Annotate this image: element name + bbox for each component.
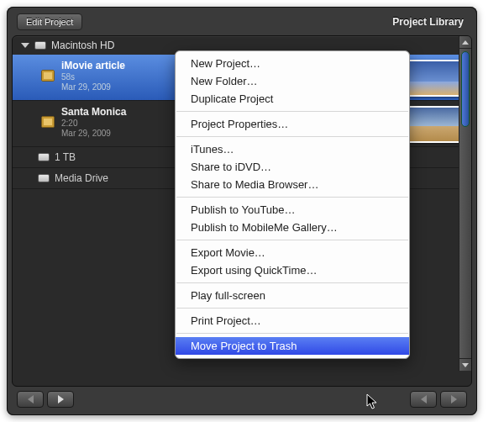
project-duration: 58s — [61, 72, 125, 82]
prev-button[interactable] — [410, 391, 437, 408]
menu-separator — [176, 111, 408, 112]
vertical-scrollbar[interactable] — [459, 36, 471, 371]
menu-item[interactable]: Publish to MobileMe Gallery… — [176, 219, 409, 236]
hard-drive-icon — [38, 174, 50, 182]
project-folder-icon — [41, 116, 55, 128]
menu-item[interactable]: Export Movie… — [176, 244, 409, 261]
project-date: Mar 29, 2009 — [61, 82, 125, 92]
menu-item[interactable]: Project Properties… — [176, 115, 409, 133]
menu-item[interactable]: Move Project to Trash — [176, 337, 409, 355]
menu-separator — [176, 282, 408, 283]
menu-item[interactable]: iTunes… — [176, 140, 409, 158]
menu-item[interactable]: New Folder… — [176, 72, 409, 90]
mouse-cursor-icon — [366, 393, 378, 410]
project-duration: 2:20 — [61, 119, 126, 128]
next-button[interactable] — [440, 391, 467, 408]
project-name: iMovie article — [61, 60, 125, 71]
app-window: Edit Project Project Library Macintosh H… — [7, 7, 477, 415]
menu-item[interactable]: Publish to YouTube… — [176, 201, 409, 219]
menu-item[interactable]: Share to iDVD… — [176, 158, 409, 176]
menu-separator — [176, 136, 408, 137]
hard-drive-icon — [34, 41, 46, 50]
project-date: Mar 29, 2009 — [61, 129, 126, 138]
disk-label: 1 TB — [55, 151, 76, 163]
library-title: Project Library — [392, 16, 467, 28]
project-text: Santa Monica 2:20 Mar 29, 2009 — [61, 106, 126, 138]
scroll-down-button[interactable] — [459, 358, 471, 371]
menu-separator — [176, 333, 408, 334]
menu-item[interactable]: Print Project… — [176, 312, 409, 330]
disclosure-triangle-icon[interactable] — [21, 43, 29, 48]
triangle-left-icon — [28, 395, 34, 404]
chevron-down-icon — [462, 363, 469, 367]
menu-item[interactable]: Play full-screen — [176, 287, 409, 304]
menu-item[interactable]: Duplicate Project — [176, 90, 409, 108]
triangle-left-icon — [421, 395, 427, 404]
menu-item[interactable]: Share to Media Browser… — [176, 176, 409, 193]
menu-separator — [176, 240, 408, 240]
triangle-right-icon — [58, 395, 64, 404]
bottom-toolbar — [12, 387, 472, 413]
menu-separator — [176, 308, 408, 309]
chevron-up-icon — [462, 40, 469, 45]
disk-label: Macintosh HD — [51, 40, 114, 51]
top-toolbar: Edit Project Project Library — [12, 12, 472, 35]
play-button[interactable] — [47, 391, 74, 408]
scroll-thumb[interactable] — [461, 51, 470, 127]
project-folder-icon — [41, 70, 55, 82]
menu-item[interactable]: Export using QuickTime… — [176, 261, 409, 279]
menu-separator — [176, 197, 408, 198]
project-thumbnail — [406, 60, 466, 97]
rewind-button[interactable] — [17, 391, 44, 408]
project-thumbnail — [406, 106, 466, 143]
hard-drive-icon — [38, 153, 50, 161]
project-name: Santa Monica — [61, 106, 126, 118]
menu-item[interactable]: New Project… — [176, 55, 409, 72]
disk-label: Media Drive — [55, 172, 108, 184]
triangle-right-icon — [451, 395, 457, 404]
edit-project-button[interactable]: Edit Project — [17, 13, 82, 30]
context-menu[interactable]: New Project…New Folder…Duplicate Project… — [175, 50, 410, 359]
scroll-up-button[interactable] — [459, 36, 471, 49]
project-text: iMovie article 58s Mar 29, 2009 — [61, 60, 125, 92]
